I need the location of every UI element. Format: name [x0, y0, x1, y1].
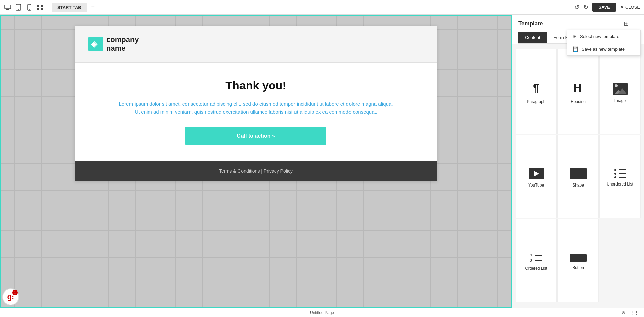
youtube-label: YouTube — [528, 183, 544, 188]
tab-area: START TAB + — [52, 3, 97, 12]
svg-rect-0 — [5, 5, 11, 9]
email-header: ◈ companyname — [75, 26, 437, 63]
email-footer: Terms & Conditions | Privacy Policy — [75, 161, 437, 181]
svg-rect-2 — [6, 9, 9, 10]
right-panel: Template ⊞ ⋮ ⊞ Select new template 💾 Sav… — [512, 15, 644, 308]
add-tab-button[interactable]: + — [89, 3, 97, 12]
select-template-icon: ⊞ — [573, 34, 577, 39]
svg-point-6 — [29, 9, 30, 10]
unordered-list-label: Unordered List — [607, 182, 633, 187]
heading-icon: H — [573, 82, 584, 96]
undo-icon[interactable]: ↺ — [574, 4, 579, 11]
page-label: Untitled Page — [310, 310, 334, 315]
svg-rect-10 — [41, 8, 43, 10]
svg-rect-8 — [41, 5, 43, 7]
svg-text:◈: ◈ — [91, 39, 98, 48]
email-title: Thank you! — [95, 79, 417, 92]
topbar-right: ↺ ↻ SAVE ✕ CLOSE — [574, 3, 640, 12]
redo-icon[interactable]: ↻ — [583, 4, 588, 11]
svg-text:H: H — [573, 82, 582, 94]
tab-content-label: Content — [525, 35, 540, 40]
cta-button[interactable]: Call to action » — [185, 127, 326, 145]
mobile-icon[interactable] — [25, 4, 33, 11]
save-template-label: Save as new template — [582, 47, 625, 52]
button-label: Button — [572, 265, 584, 270]
canvas-area: ◈ companyname Thank you! Lorem ipsum dol… — [0, 15, 512, 308]
svg-rect-7 — [37, 5, 39, 7]
company-name: companyname — [106, 35, 139, 53]
block-ordered-list[interactable]: 1 2 Ordered List — [516, 219, 557, 302]
block-shape[interactable]: Shape — [557, 135, 599, 218]
monitor-icon[interactable] — [4, 4, 11, 11]
panel-header: Template ⊞ ⋮ ⊞ Select new template 💾 Sav… — [512, 15, 644, 28]
image-label: Image — [614, 98, 626, 103]
blocks-grid: ¶ Paragraph H Heading — [512, 44, 644, 308]
ordered-list-label: Ordered List — [525, 266, 547, 271]
company-logo: ◈ companyname — [88, 35, 424, 53]
statusbar: Untitled Page ⊙ ⋮⋮ — [0, 308, 644, 317]
close-label: CLOSE — [625, 5, 640, 10]
notification-badge[interactable]: g: 1 — [2, 288, 19, 305]
save-button[interactable]: SAVE — [592, 3, 616, 12]
panel-title: Template — [518, 20, 543, 27]
footer-text: Terms & Conditions | Privacy Policy — [219, 168, 293, 174]
dropdown-menu: ⊞ Select new template 💾 Save as new temp… — [567, 30, 641, 56]
block-button[interactable]: Button — [557, 219, 599, 302]
main: ◈ companyname Thank you! Lorem ipsum dol… — [0, 15, 644, 308]
device-icons — [4, 4, 44, 11]
block-image[interactable]: Image — [599, 49, 641, 134]
youtube-play-icon — [534, 171, 539, 177]
email-template: ◈ companyname Thank you! Lorem ipsum dol… — [75, 26, 437, 181]
paragraph-icon: ¶ — [531, 82, 542, 96]
topbar: START TAB + ↺ ↻ SAVE ✕ CLOSE — [0, 0, 644, 15]
close-x-icon: ✕ — [620, 5, 624, 10]
email-body: Thank you! Lorem ipsum dolor sit amet, c… — [75, 63, 437, 161]
tablet-icon[interactable] — [15, 4, 22, 11]
tab-content[interactable]: Content — [518, 32, 547, 43]
image-icon — [613, 83, 628, 95]
paragraph-label: Paragraph — [527, 99, 545, 104]
heading-label: Heading — [571, 99, 586, 104]
svg-point-4 — [18, 9, 19, 10]
statusbar-icon-2[interactable]: ⋮⋮ — [630, 310, 639, 315]
svg-rect-9 — [37, 8, 39, 10]
logo-icon: ◈ — [88, 37, 103, 51]
grid-icon[interactable] — [36, 4, 44, 11]
svg-text:¶: ¶ — [533, 82, 539, 94]
block-unordered-list[interactable]: Unordered List — [599, 135, 641, 218]
statusbar-icon-1[interactable]: ⊙ — [622, 310, 625, 315]
panel-grid-icon[interactable]: ⊞ — [624, 20, 629, 28]
panel-more-icon[interactable]: ⋮ — [632, 20, 638, 28]
panel-header-icons: ⊞ ⋮ — [624, 20, 638, 28]
block-paragraph[interactable]: ¶ Paragraph — [516, 49, 557, 134]
shape-label: Shape — [572, 183, 584, 188]
start-tab-label: START TAB — [57, 5, 82, 10]
select-template-item[interactable]: ⊞ Select new template — [567, 30, 640, 43]
youtube-icon — [529, 168, 544, 179]
select-template-label: Select new template — [580, 34, 619, 39]
notification-count: 1 — [12, 290, 18, 295]
statusbar-right: ⊙ ⋮⋮ — [622, 310, 639, 315]
email-lorem: Lorem ipsum dolor sit amet, consectetur … — [118, 100, 393, 116]
unordered-list-icon — [614, 169, 626, 178]
save-template-icon: 💾 — [573, 46, 578, 52]
block-youtube[interactable]: YouTube — [516, 135, 557, 218]
ordered-list-icon: 1 2 — [530, 253, 542, 263]
start-tab[interactable]: START TAB — [52, 3, 87, 12]
svg-rect-1 — [7, 9, 9, 9]
save-template-item[interactable]: 💾 Save as new template — [567, 43, 640, 55]
block-heading[interactable]: H Heading — [557, 49, 599, 134]
button-icon — [570, 254, 587, 262]
shape-icon — [570, 168, 587, 179]
close-button[interactable]: ✕ CLOSE — [620, 5, 640, 10]
